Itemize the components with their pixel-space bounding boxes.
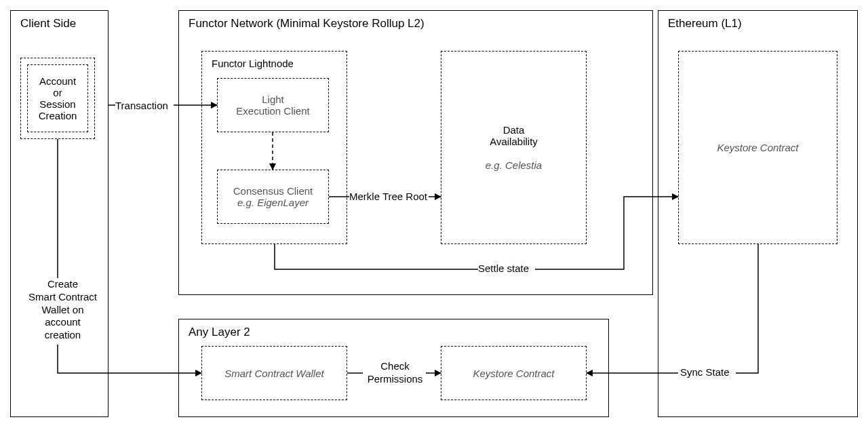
settle-state-label: Settle state xyxy=(478,262,529,275)
functor-lightnode-title: Functor Lightnode xyxy=(212,58,294,71)
l2-keystore-box: Keystore Contract xyxy=(441,346,587,400)
account-creation-line1: Account xyxy=(39,75,76,87)
create-scw-l5: creation xyxy=(24,329,102,342)
light-execution-client-box: Light Execution Client xyxy=(217,78,329,132)
account-creation-box: Account or Session Creation xyxy=(27,64,88,132)
diagram-canvas: Client Side Account or Session Creation … xyxy=(0,0,868,428)
scw-box: Smart Contract Wallet xyxy=(201,346,347,400)
create-scw-label: Create Smart Contract Wallet on account … xyxy=(24,278,102,342)
transaction-label: Transaction xyxy=(115,100,168,113)
account-creation-line4: Creation xyxy=(39,110,77,121)
merkle-root-label: Merkle Tree Root xyxy=(349,191,427,203)
create-scw-l1: Create xyxy=(24,278,102,291)
functor-network-title: Functor Network (Minimal Keystore Rollup… xyxy=(189,17,425,31)
light-execution-client-l1: Light xyxy=(262,94,284,105)
create-scw-l4: account xyxy=(24,316,102,329)
consensus-client-l1: Consensus Client xyxy=(233,185,313,197)
account-creation-line3: Session xyxy=(39,98,75,110)
check-permissions-label: Check Permissions xyxy=(363,360,427,386)
scw-label: Smart Contract Wallet xyxy=(224,368,323,379)
data-availability-l1: Data xyxy=(503,124,525,136)
client-side-title: Client Side xyxy=(20,17,76,31)
create-scw-l2: Smart Contract xyxy=(24,291,102,304)
consensus-client-box: Consensus Client e.g. EigenLayer xyxy=(217,170,329,224)
data-availability-example: e.g. Celestia xyxy=(486,159,542,171)
l2-keystore-label: Keystore Contract xyxy=(473,368,554,379)
light-execution-client-l2: Execution Client xyxy=(236,105,309,117)
create-scw-l3: Wallet on xyxy=(24,304,102,317)
ethereum-keystore-box: Keystore Contract xyxy=(678,51,837,244)
data-availability-l2: Availability xyxy=(490,136,538,147)
account-creation-line2: or xyxy=(53,87,62,98)
consensus-client-l2: e.g. EigenLayer xyxy=(237,197,309,208)
data-availability-box: Data Availability e.g. Celestia xyxy=(441,51,587,244)
check-permissions-l1: Check xyxy=(363,360,427,373)
any-layer-2-title: Any Layer 2 xyxy=(189,326,250,339)
ethereum-title: Ethereum (L1) xyxy=(668,17,742,31)
ethereum-keystore-label: Keystore Contract xyxy=(717,142,798,153)
check-permissions-l2: Permissions xyxy=(363,373,427,386)
sync-state-label: Sync State xyxy=(680,366,730,379)
